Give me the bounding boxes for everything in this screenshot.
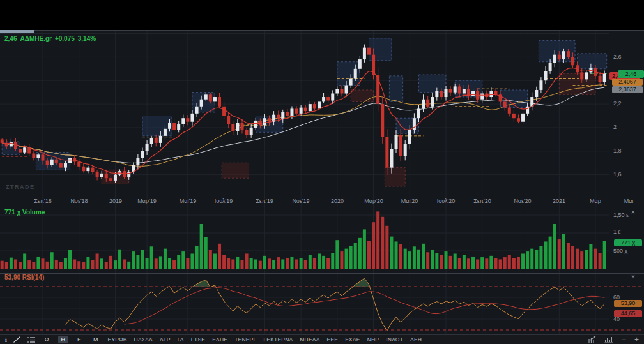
bottom-toolbar: i Ω Η Ε Μ ΕΥΡΩΒ ΠΑΣΑΛ ΔΤΡ ΓΔ FTSE ΕΛΠΕ Τ… <box>0 334 644 344</box>
rsi-ma-value-badge: 44,65 <box>614 310 642 317</box>
rsi-pane[interactable] <box>0 273 609 334</box>
mode-button-mu[interactable]: Μ <box>90 336 102 343</box>
ticker-deh[interactable]: ΔΕΗ <box>410 336 422 343</box>
rsi-value-badge: 53,90 <box>614 300 642 307</box>
volume-close-icon[interactable]: × <box>631 209 635 216</box>
ticker-gd[interactable]: ΓΔ <box>177 336 185 343</box>
ztrade-watermark: ZTRADE <box>6 184 35 190</box>
time-tick: Νοε'18 <box>63 198 95 204</box>
time-tick: Σεπ'19 <box>249 198 280 204</box>
rsi-close-icon[interactable]: × <box>631 273 635 280</box>
time-tick: Ιουλ'20 <box>430 198 462 204</box>
ticker-pasal[interactable]: ΠΑΣΑΛ <box>134 336 153 343</box>
mode-button-omega[interactable]: Ω <box>42 336 52 343</box>
volume-tick: 1 ε <box>613 228 621 235</box>
volume-value-badge: 771 χ <box>614 239 642 246</box>
time-tick: Νοε'19 <box>285 198 317 204</box>
price-change-pct: 3,14% <box>78 35 96 42</box>
time-tick: Σεπ'18 <box>27 198 59 204</box>
ticker-nhr[interactable]: ΝΗΡ <box>367 336 380 343</box>
ticker-gekterna[interactable]: ΓΕΚΤΕΡΝΑ <box>263 336 293 343</box>
price-tick: 1,6 <box>613 171 622 177</box>
scroll-to-latest-icon[interactable] <box>588 336 596 343</box>
chart-nav-controls: − + <box>588 336 639 343</box>
ticker-mpela[interactable]: ΜΠΕΛΑ <box>299 336 320 343</box>
last-price-badge: 2,46 <box>618 70 644 78</box>
time-tick: Μαι <box>613 198 644 204</box>
price-tick: 1,8 <box>613 147 622 154</box>
price-tick: 2,6 <box>613 54 622 60</box>
line-tool-icon[interactable] <box>13 336 21 343</box>
volume-tick: 1,50 ε <box>613 212 629 218</box>
time-tick: Μαρ'20 <box>358 198 390 204</box>
ticker-tenerg[interactable]: ΤΕΝΕΡΓ <box>234 336 257 343</box>
volume-indicator-label[interactable]: 771 χ Volume <box>4 209 45 216</box>
volume-tick: 500 χ <box>613 248 627 254</box>
ticker-exae[interactable]: ΕΧΑΕ <box>344 336 360 343</box>
ticker-dtr[interactable]: ΔΤΡ <box>159 336 171 343</box>
ticker-inlot[interactable]: ΙΝΛΟΤ <box>385 336 404 343</box>
price-change: +0,075 <box>55 35 75 42</box>
trading-app-window: 2,46ΑΔΜΗΕ.gr+0,0753,14% ZTRADE 771 χ Vol… <box>0 0 644 344</box>
price-pane[interactable] <box>0 30 609 195</box>
rsi-indicator-label[interactable]: 53,90 RSI(14) <box>4 274 44 281</box>
volume-pane[interactable] <box>0 207 609 273</box>
ma-mid-value-badge: 2,4067 <box>612 79 643 86</box>
time-tick: 2019 <box>100 198 132 204</box>
time-tick: Μαρ <box>579 198 611 204</box>
zoom-in-icon[interactable]: + <box>634 336 639 343</box>
ticker-eyrob[interactable]: ΕΥΡΩΒ <box>107 336 128 343</box>
symbol-name[interactable]: ΑΔΜΗΕ.gr <box>20 35 51 42</box>
time-tick: 2020 <box>321 198 353 204</box>
price-tick: 2 <box>613 124 617 130</box>
ticker-ftse[interactable]: FTSE <box>190 336 206 343</box>
tab-indicator[interactable] <box>0 30 34 33</box>
ticker-eee[interactable]: ΕΕΕ <box>326 336 339 343</box>
mode-button-eta[interactable]: Η <box>58 336 69 343</box>
time-tick: Ιουλ'19 <box>208 198 240 204</box>
price-tick: 2,2 <box>613 100 622 107</box>
time-tick: Μαι'19 <box>172 198 204 204</box>
zoom-out-icon[interactable]: − <box>622 336 626 343</box>
time-tick: Νοε'20 <box>507 198 539 204</box>
ma-slow-value-badge: 2,3637 <box>612 86 643 93</box>
info-icon[interactable]: i <box>5 336 7 343</box>
mode-button-epsilon[interactable]: Ε <box>74 336 84 343</box>
time-tick: Μαι'20 <box>394 198 425 204</box>
symbol-legend: 2,46ΑΔΜΗΕ.gr+0,0753,14% <box>4 35 99 42</box>
time-tick: Μαρ'19 <box>131 198 163 204</box>
last-price: 2,46 <box>4 35 17 42</box>
histogram-icon[interactable] <box>604 336 613 343</box>
time-tick: Σεπ'20 <box>466 198 498 204</box>
time-tick: 2021 <box>543 198 575 204</box>
ticker-elpe[interactable]: ΕΛΠΕ <box>211 336 228 343</box>
watchlist-icon[interactable] <box>27 336 36 343</box>
